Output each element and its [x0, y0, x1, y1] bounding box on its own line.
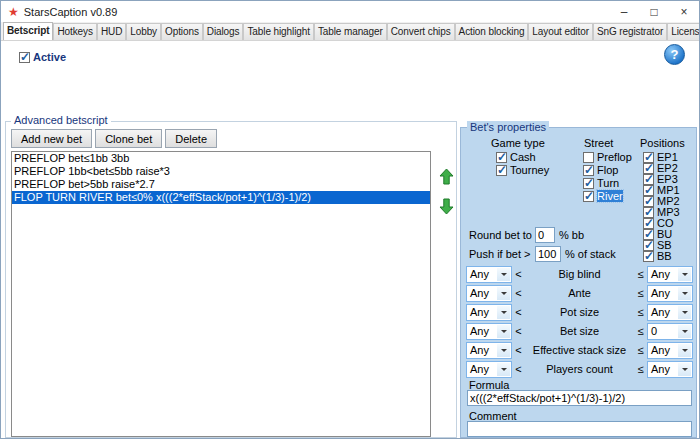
combo-value: Any — [470, 325, 489, 337]
checkbox-bb[interactable]: BB — [643, 250, 672, 262]
combo-value: Any — [651, 306, 670, 318]
ante-max-select[interactable]: Any — [647, 285, 693, 302]
street-header: Street — [584, 137, 613, 149]
minimize-button[interactable]: – — [609, 1, 639, 22]
checkbox-tourney[interactable]: Tourney — [496, 164, 549, 176]
checkbox-preflop[interactable]: Preflop — [583, 151, 632, 163]
combo-value: Any — [651, 363, 670, 375]
active-label: Active — [33, 51, 66, 63]
checkbox-icon — [496, 165, 507, 176]
list-item[interactable]: PREFLOP 1bb<bet≤5bb raise*3 — [12, 165, 430, 178]
range-label: Bet size — [525, 325, 634, 337]
tab-options[interactable]: Options — [161, 23, 203, 40]
formula-input[interactable] — [467, 390, 692, 406]
less-than-symbol: < — [512, 306, 525, 318]
checkbox-icon — [19, 52, 30, 63]
tab-convert-chips[interactable]: Convert chips — [387, 23, 455, 40]
tab-sng-registrator[interactable]: SnG registrator — [593, 23, 667, 40]
list-item[interactable]: PREFLOP bet>5bb raise*2.7 — [12, 178, 430, 191]
push-bet-input[interactable] — [535, 246, 561, 262]
less-equal-symbol: ≤ — [634, 325, 647, 337]
checkbox-flop[interactable]: Flop — [583, 164, 618, 176]
maximize-button[interactable]: □ — [639, 1, 669, 22]
range-row-players-count: Any < Players count ≤ Any — [466, 360, 693, 378]
chevron-down-icon — [678, 363, 691, 376]
tab-betscript[interactable]: Betscript — [3, 22, 53, 41]
chevron-down-icon — [497, 325, 510, 338]
combo-value: Any — [470, 344, 489, 356]
push-bet-label: Push if bet > — [469, 248, 531, 260]
chevron-down-icon — [678, 287, 691, 300]
less-equal-symbol: ≤ — [634, 287, 647, 299]
ante-min-select[interactable]: Any — [466, 285, 512, 302]
chevron-down-icon — [678, 344, 691, 357]
big-blind-max-select[interactable]: Any — [647, 266, 693, 283]
combo-value: 0 — [651, 325, 657, 337]
checkbox-label: BB — [657, 250, 672, 262]
effective-stack-max-select[interactable]: Any — [647, 342, 693, 359]
tab-license[interactable]: License — [667, 23, 699, 40]
bet-properties-panel: Bet's properties Game type Street Positi… — [460, 127, 697, 438]
pot-size-min-select[interactable]: Any — [466, 304, 512, 321]
bet-size-max-select[interactable]: 0 — [647, 323, 693, 340]
chevron-down-icon — [678, 306, 691, 319]
less-than-symbol: < — [512, 363, 525, 375]
chevron-down-icon — [497, 344, 510, 357]
list-item[interactable]: FLOP TURN RIVER bet≤0% x(((2*effStack/po… — [12, 191, 430, 204]
less-equal-symbol: ≤ — [634, 344, 647, 356]
less-than-symbol: < — [512, 268, 525, 280]
bets-listbox[interactable]: PREFLOP bet≤1bb 3bb PREFLOP 1bb<bet≤5bb … — [11, 151, 431, 437]
bet-buttons-row: Add new bet Clone bet Delete — [11, 129, 217, 148]
less-than-symbol: < — [512, 287, 525, 299]
checkbox-river[interactable]: River — [583, 190, 623, 202]
combo-value: Any — [470, 363, 489, 375]
checkbox-icon — [583, 165, 594, 176]
clone-bet-button[interactable]: Clone bet — [95, 129, 162, 148]
tab-hotkeys[interactable]: Hotkeys — [53, 23, 96, 40]
round-bet-row: Round bet to % bb — [469, 227, 584, 243]
push-bet-suffix: % of stack — [565, 248, 616, 260]
pot-size-max-select[interactable]: Any — [647, 304, 693, 321]
less-equal-symbol: ≤ — [634, 268, 647, 280]
tab-lobby[interactable]: Lobby — [126, 23, 161, 40]
list-item[interactable]: PREFLOP bet≤1bb 3bb — [12, 152, 430, 165]
big-blind-min-select[interactable]: Any — [466, 266, 512, 283]
checkbox-label: Preflop — [597, 151, 632, 163]
range-row-bet-size: Any < Bet size ≤ 0 — [466, 322, 693, 340]
round-bet-suffix: % bb — [559, 229, 584, 241]
tab-layout-editor[interactable]: Layout editor — [528, 23, 593, 40]
tab-action-blocking[interactable]: Action blocking — [455, 23, 529, 40]
combo-value: Any — [470, 268, 489, 280]
move-up-button[interactable] — [434, 163, 458, 189]
add-new-bet-button[interactable]: Add new bet — [11, 129, 92, 148]
title-bar: ★ StarsCaption v0.89 – □ × — [1, 1, 699, 22]
delete-bet-button[interactable]: Delete — [165, 129, 217, 148]
combo-value: Any — [470, 306, 489, 318]
active-checkbox[interactable]: Active — [19, 51, 66, 63]
effective-stack-min-select[interactable]: Any — [466, 342, 512, 359]
tab-dialogs[interactable]: Dialogs — [203, 23, 244, 40]
tab-bar: Betscript Hotkeys HUD Lobby Options Dial… — [1, 22, 699, 41]
comment-input[interactable] — [467, 421, 692, 437]
panel-title: Bet's properties — [467, 121, 549, 133]
range-label: Big blind — [525, 268, 634, 280]
round-bet-input[interactable] — [535, 227, 555, 243]
checkbox-turn[interactable]: Turn — [583, 177, 619, 189]
checkbox-cash[interactable]: Cash — [496, 151, 536, 163]
less-equal-symbol: ≤ — [634, 306, 647, 318]
close-button[interactable]: × — [669, 1, 699, 22]
checkbox-icon — [583, 191, 594, 202]
tab-table-manager[interactable]: Table manager — [314, 23, 387, 40]
window-controls: – □ × — [609, 1, 699, 22]
help-icon[interactable]: ? — [664, 44, 685, 65]
checkbox-label: River — [597, 190, 623, 202]
range-label: Ante — [525, 287, 634, 299]
checkbox-icon — [583, 152, 594, 163]
players-count-max-select[interactable]: Any — [647, 361, 693, 378]
tab-hud[interactable]: HUD — [97, 23, 126, 40]
bet-size-min-select[interactable]: Any — [466, 323, 512, 340]
players-count-min-select[interactable]: Any — [466, 361, 512, 378]
positions-header: Positions — [640, 137, 685, 149]
move-down-button[interactable] — [434, 193, 458, 219]
tab-table-highlight[interactable]: Table highlight — [243, 23, 313, 40]
